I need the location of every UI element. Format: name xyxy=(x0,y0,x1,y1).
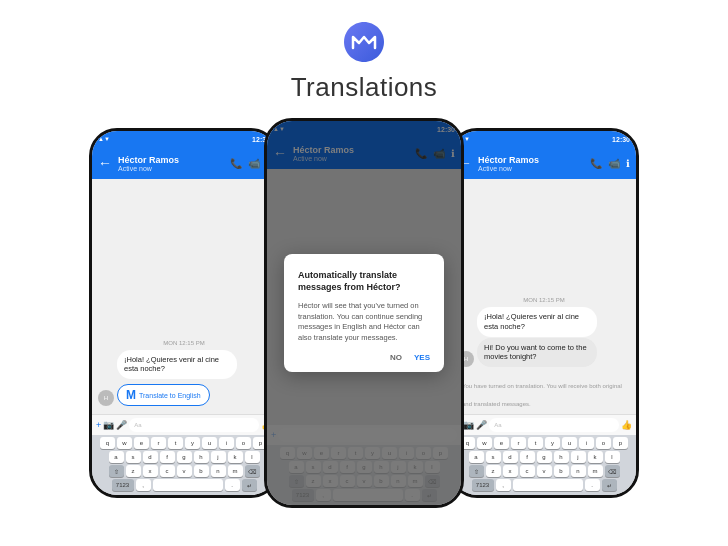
modal-title: Automatically translate messages from Hé… xyxy=(298,270,430,293)
text-input-left[interactable]: Aa xyxy=(129,418,259,432)
phone-right: ▲▼ 12:30 ← Héctor Ramos Active now 📞 📹 ℹ… xyxy=(449,128,639,498)
modal-yes-button[interactable]: YES xyxy=(414,353,430,362)
chat-area-left: MON 12:15 PM H ¡Hola! ¿Quieres venir al … xyxy=(92,179,276,414)
key-l[interactable]: l xyxy=(245,451,260,463)
back-icon-left[interactable]: ← xyxy=(98,155,112,171)
phone-center: ▲▼ 12:30 ← Héctor Ramos Active now 📞 📹 ℹ xyxy=(264,118,464,508)
call-icon[interactable]: 📞 xyxy=(230,158,242,169)
mic-icon[interactable]: 🎤 xyxy=(116,420,127,430)
camera-icon[interactable]: 📷 xyxy=(103,420,114,430)
key-comma[interactable]: , xyxy=(136,479,151,491)
key-c[interactable]: c xyxy=(160,465,175,477)
message-row-left: H ¡Hola! ¿Quieres venir al cine esta noc… xyxy=(98,350,270,407)
m-logo-icon xyxy=(340,18,388,66)
camera-icon-right[interactable]: 📷 xyxy=(463,420,474,430)
avatar-left: H xyxy=(98,390,114,406)
call-icon-right[interactable]: 📞 xyxy=(590,158,602,169)
key-q[interactable]: q xyxy=(100,437,115,449)
key-i[interactable]: i xyxy=(219,437,234,449)
key-w[interactable]: w xyxy=(117,437,132,449)
key-r[interactable]: r xyxy=(151,437,166,449)
phone-left: ▲▼ 12:30 ← Héctor Ramos Active now 📞 📹 ℹ… xyxy=(89,128,279,498)
modal-no-button[interactable]: NO xyxy=(390,353,402,362)
key-v[interactable]: v xyxy=(177,465,192,477)
key-numbers[interactable]: 7123 xyxy=(112,479,134,491)
contact-info-left: Héctor Ramos Active now xyxy=(118,155,230,172)
key-d[interactable]: d xyxy=(143,451,158,463)
key-u[interactable]: u xyxy=(202,437,217,449)
phone-left-screen: ▲▼ 12:30 ← Héctor Ramos Active now 📞 📹 ℹ… xyxy=(92,131,276,495)
key-z[interactable]: z xyxy=(126,465,141,477)
status-bar-right: ▲▼ 12:30 xyxy=(452,131,636,147)
info-icon-right[interactable]: ℹ xyxy=(626,158,630,169)
chat-area-right: MON 12:15 PM H ¡Hola! ¿Quieres venir al … xyxy=(452,179,636,414)
plus-icon[interactable]: + xyxy=(96,420,101,430)
page-title: Translations xyxy=(291,72,438,103)
compose-right: + 📷 🎤 Aa 👍 xyxy=(452,414,636,435)
key-s[interactable]: s xyxy=(126,451,141,463)
phone-center-screen: ▲▼ 12:30 ← Héctor Ramos Active now 📞 📹 ℹ xyxy=(267,121,461,505)
translation-note: You have turned on translation. You will… xyxy=(458,374,630,410)
nav-actions-right: 📞 📹 ℹ xyxy=(590,158,630,169)
key-h[interactable]: h xyxy=(194,451,209,463)
key-shift[interactable]: ⇧ xyxy=(109,465,124,477)
key-j[interactable]: j xyxy=(211,451,226,463)
key-e[interactable]: e xyxy=(134,437,149,449)
key-b[interactable]: b xyxy=(194,465,209,477)
key-g[interactable]: g xyxy=(177,451,192,463)
nav-bar-left: ← Héctor Ramos Active now 📞 📹 ℹ xyxy=(92,147,276,179)
key-enter[interactable]: ↵ xyxy=(242,479,257,491)
key-f[interactable]: f xyxy=(160,451,175,463)
modal-body: Héctor will see that you've turned on tr… xyxy=(298,301,430,343)
keyboard-left: q w e r t y u i o p a s d f g h xyxy=(92,435,276,495)
key-t[interactable]: t xyxy=(168,437,183,449)
message-row-right: H ¡Hola! ¿Quieres venir al cine esta noc… xyxy=(458,307,630,367)
phones-container: ▲▼ 12:30 ← Héctor Ramos Active now 📞 📹 ℹ… xyxy=(0,113,728,513)
mic-icon-right[interactable]: 🎤 xyxy=(476,420,487,430)
key-m[interactable]: m xyxy=(228,465,243,477)
modal-actions: NO YES xyxy=(298,353,430,362)
bubble-original: ¡Hola! ¿Quieres venir al cine esta noche… xyxy=(477,307,597,337)
key-k[interactable]: k xyxy=(228,451,243,463)
key-period[interactable]: . xyxy=(225,479,240,491)
key-a[interactable]: a xyxy=(109,451,124,463)
bubble-translated: Hi! Do you want to come to the movies to… xyxy=(477,338,597,368)
bubble-message-left: ¡Hola! ¿Quieres venir al cine esta noche… xyxy=(117,350,237,380)
key-o[interactable]: o xyxy=(236,437,251,449)
key-backspace[interactable]: ⌫ xyxy=(245,465,260,477)
nav-bar-right: ← Héctor Ramos Active now 📞 📹 ℹ xyxy=(452,147,636,179)
m-icon-small: M xyxy=(126,388,136,402)
contact-info-right: Héctor Ramos Active now xyxy=(478,155,590,172)
translate-button[interactable]: M Translate to English xyxy=(117,384,210,406)
status-bar-left: ▲▼ 12:30 xyxy=(92,131,276,147)
compose-left: + 📷 🎤 Aa 👍 xyxy=(92,414,276,435)
translate-modal: Automatically translate messages from Hé… xyxy=(284,254,444,372)
keyboard-right: qwertyuiop asdfghjkl ⇧zxcvbnm⌫ 7123,.↵ xyxy=(452,435,636,495)
text-input-right[interactable]: Aa xyxy=(489,418,619,432)
phone-right-screen: ▲▼ 12:30 ← Héctor Ramos Active now 📞 📹 ℹ… xyxy=(452,131,636,495)
key-y[interactable]: y xyxy=(185,437,200,449)
video-icon[interactable]: 📹 xyxy=(248,158,260,169)
video-icon-right[interactable]: 📹 xyxy=(608,158,620,169)
modal-overlay: Automatically translate messages from Hé… xyxy=(267,121,461,505)
key-x[interactable]: x xyxy=(143,465,158,477)
key-space[interactable] xyxy=(153,479,223,491)
key-n[interactable]: n xyxy=(211,465,226,477)
thumb-icon-right[interactable]: 👍 xyxy=(621,420,632,430)
header: Translations xyxy=(291,18,438,103)
